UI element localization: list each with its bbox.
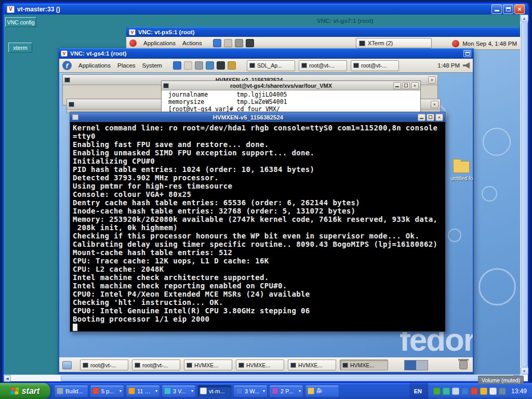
vertical-scrollbar-thumb[interactable] [521,22,528,367]
messenger-icon[interactable] [443,388,450,395]
window-list-button[interactable]: HVMXE... [288,360,336,370]
shield-icon[interactable] [433,388,441,395]
ime-icon[interactable] [489,388,497,395]
window-list-button[interactable]: root@vt-... [351,60,399,71]
menu-actions[interactable]: Actions [182,40,202,46]
px5-clock[interactable]: Mon Sep 4, 1:48 PM [462,41,517,47]
update-icon[interactable] [480,388,487,395]
taskbar-button-label: 2 P... [281,388,297,394]
master-window-titlebar[interactable]: V vt-master:33 () × [4,4,528,15]
display-icon[interactable] [499,388,506,395]
window-list-button[interactable]: root@vt-... [132,360,180,370]
taskbar-clock[interactable]: 13:49 [511,388,527,395]
taskbar-button[interactable]: 3 V...▾ [162,385,196,397]
taskbar-button[interactable]: 3 W...▾ [233,385,268,397]
trash-icon[interactable] [459,361,468,369]
terminal-line: Checking 'hlt' instruction... OK. [73,298,445,307]
gs4-titlebar[interactable]: V VNC: vt-gs4:1 (root) [58,48,474,59]
close-button[interactable]: × [411,82,419,89]
close-button[interactable]: × [428,76,436,84]
window-titlebar[interactable]: HVMXEN-v5_1156382524 × [70,112,445,122]
scroll-down-button[interactable]: ▼ [521,367,528,375]
volume-icon[interactable] [463,62,470,69]
taskbar-button[interactable]: 5 p...▾ [90,385,124,397]
taskbar-button[interactable]: 2 P...▾ [269,385,303,397]
horizontal-scrollbar-thumb[interactable] [61,376,512,381]
chevron-down-icon: ▾ [119,389,122,393]
scroll-left-button[interactable]: ◀ [4,375,11,382]
show-desktop-icon[interactable] [62,361,72,369]
taskbar-button[interactable]: vt-m... [197,385,232,397]
menu-system[interactable]: System [142,62,162,69]
alert-icon[interactable] [471,388,478,395]
fourvmx-terminal-body[interactable]: journalname tmp.lgjiLO4005memorysize tmp… [162,90,420,113]
folder-icon[interactable] [453,161,470,173]
network-icon[interactable] [461,388,469,395]
window-list-button[interactable]: HVMXE... [184,360,232,370]
maximize-button[interactable] [402,82,410,89]
vertical-scrollbar[interactable]: ▲ ▼ [520,15,528,375]
scroll-up-button[interactable]: ▲ [521,15,528,22]
xterm-task-label: XTerm (2) [368,40,393,46]
maximize-button[interactable] [463,50,471,57]
gs4-bottom-panel: root@vt-...root@vt-...HVMXE...HVMXE...HV… [59,357,473,372]
terminal-line: PID hash table entries: 1024 (order: 10,… [73,165,445,174]
close-button[interactable]: × [514,4,525,14]
printer-icon[interactable] [235,39,243,47]
volume-icon[interactable] [452,388,459,395]
menu-applications[interactable]: Applications [143,40,176,46]
maximize-button[interactable] [427,114,434,121]
terminal-icon[interactable] [217,61,225,70]
window-list-button[interactable]: HVMXE... [340,360,388,370]
workspace-cell[interactable] [416,361,428,370]
taskbar-button[interactable]: 杂 [305,385,339,397]
menu-applications[interactable]: Applications [78,62,111,69]
window-titlebar[interactable]: root@vt-gs4:/share/xvs/var/four_VMX × [162,81,420,90]
terminal-icon [290,363,296,368]
vnc-config-window[interactable]: VNC config [5,17,36,27]
maximize-button[interactable] [503,4,513,14]
terminal-line: Kernel command line: ro root=/dev/hda1 r… [73,124,445,132]
minimize-button[interactable] [418,114,425,121]
browser-icon[interactable] [173,61,181,70]
notification-icon[interactable] [452,40,459,47]
taskbar-button[interactable]: 11 M...▾ [126,385,160,397]
workspace-switcher[interactable] [404,360,428,370]
minimize-button[interactable] [491,4,502,14]
email-icon[interactable] [184,61,192,70]
window-list-label: root@vt-... [142,362,168,368]
xterm-task-button[interactable]: XTerm (2) [356,38,432,48]
terminal-cursor [73,324,77,331]
terminal-icon[interactable] [246,39,254,47]
background-window-titlebar[interactable]: VNC: vt-gs7:1 (root) [317,18,374,24]
workspace-cell[interactable] [405,361,416,370]
terminal-line: Detected 3793.902 MHz processor. [73,174,445,182]
close-button[interactable]: × [431,101,438,108]
chevron-down-icon: ▾ [263,389,265,393]
printer-icon[interactable] [195,61,203,70]
folder-label[interactable]: untitled fo [447,176,473,181]
xterm-launcher[interactable]: xterm [8,43,32,52]
email-icon[interactable] [224,39,232,47]
taskbar-button[interactable]: Build... [54,385,88,397]
horizontal-scrollbar[interactable]: ◀ ▶ [4,375,520,381]
hvm-terminal-body[interactable]: Kernel command line: ro root=/dev/hda1 r… [71,123,445,331]
language-indicator[interactable]: EN [409,383,427,399]
menu-places[interactable]: Places [117,62,136,69]
help-icon[interactable] [228,61,236,70]
start-button[interactable]: start [0,383,50,399]
writer-icon[interactable] [206,61,214,70]
window-list-button[interactable]: root@vt-... [299,60,347,71]
redhat-menu-icon[interactable] [129,39,137,47]
windows-taskbar: start Build...5 p...▾11 M...▾3 V...▾vt-m… [0,383,532,399]
window-list-button[interactable]: root@vt-... [80,360,128,370]
fedora-menu-icon[interactable]: f [62,61,72,70]
browser-icon[interactable] [213,39,221,47]
window-list-button[interactable]: SDL_Ap... [247,60,295,71]
close-button[interactable]: × [435,114,443,121]
px5-titlebar[interactable]: V VNC: vt-px5:1 (root) [126,27,520,37]
window-list-button[interactable]: HVMXE... [236,360,284,370]
minimize-button[interactable] [393,82,401,89]
gs4-clock[interactable]: 1:48 PM [437,62,460,69]
terminal-line: Dentry cache hash table entries: 65536 (… [73,198,445,207]
